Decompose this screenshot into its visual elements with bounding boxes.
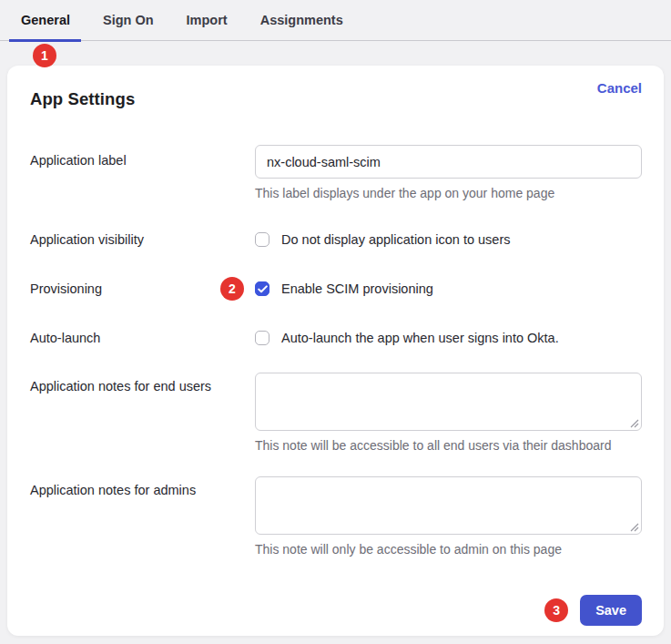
notes-end-users-textarea[interactable]	[255, 373, 642, 431]
auto-launch-label: Auto-launch	[30, 329, 255, 347]
auto-launch-checkbox-label: Auto-launch the app when user signs into…	[281, 331, 559, 345]
step-badge-3: 3	[544, 598, 568, 622]
auto-launch-checkbox[interactable]	[255, 331, 269, 345]
notes-admins-helper: This note will only be accessible to adm…	[255, 542, 642, 557]
application-visibility-checkbox-label: Do not display application icon to users	[281, 232, 510, 247]
page-title: App Settings	[30, 80, 135, 109]
application-visibility-checkbox[interactable]	[255, 232, 269, 247]
tab-bar: General Sign On Import Assignments	[0, 0, 671, 41]
tab-assignments[interactable]: Assignments	[260, 0, 343, 41]
notes-admins-textarea[interactable]	[255, 476, 642, 535]
app-settings-card: App Settings Cancel Application label Th…	[7, 66, 664, 636]
notes-end-users-row: Application notes for end users This not…	[7, 373, 664, 453]
application-label-helper: This label displays under the app on you…	[255, 186, 642, 200]
notes-end-users-helper: This note will be accessible to all end …	[255, 438, 642, 453]
provisioning-checkbox-label: Enable SCIM provisioning	[281, 281, 433, 296]
notes-end-users-label: Application notes for end users	[30, 373, 255, 453]
tab-import[interactable]: Import	[187, 0, 228, 41]
step-badge-2: 2	[220, 277, 244, 301]
cancel-link[interactable]: Cancel	[597, 80, 642, 96]
application-label-text: Application label	[30, 145, 255, 200]
card-header: App Settings Cancel	[7, 66, 664, 109]
application-label-row: Application label This label displays un…	[7, 145, 664, 200]
application-visibility-label: Application visibility	[30, 230, 255, 249]
notes-admins-row: Application notes for admins This note w…	[7, 476, 664, 557]
notes-admins-label: Application notes for admins	[30, 476, 255, 557]
auto-launch-row: Auto-launch Auto-launch the app when use…	[7, 329, 664, 347]
application-visibility-row: Application visibility Do not display ap…	[7, 230, 664, 249]
tab-sign-on[interactable]: Sign On	[103, 0, 154, 41]
application-label-input[interactable]	[255, 145, 642, 179]
provisioning-checkbox[interactable]	[255, 281, 269, 296]
save-button[interactable]: Save	[580, 595, 642, 626]
provisioning-row: Provisioning 2 Enable SCIM provisioning	[7, 280, 664, 298]
check-icon	[258, 285, 268, 293]
step-badge-1: 1	[33, 44, 56, 67]
tab-general[interactable]: General	[21, 0, 70, 41]
save-row: 3 Save	[7, 595, 664, 626]
